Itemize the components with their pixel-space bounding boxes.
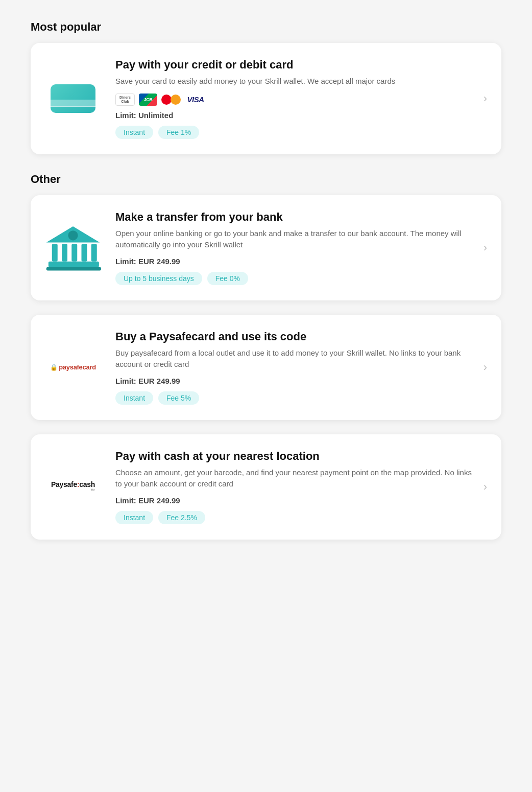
credit-card-icon: [45, 84, 101, 113]
badges-paysafecash: Instant Fee 2.5%: [115, 511, 474, 524]
card-title-paysafecash: Pay with cash at your nearest location: [115, 450, 474, 463]
svg-rect-6: [91, 244, 97, 262]
card-limit-bank: Limit: EUR 249.99: [115, 257, 474, 266]
svg-rect-4: [71, 244, 77, 262]
card-title-bank: Make a transfer from your bank: [115, 211, 474, 224]
paysafecash-icon: Paysafe:cash ™: [45, 480, 101, 494]
badge-instant-paysafecash: Instant: [115, 511, 153, 524]
payment-logos: DinersClub JCB VISA: [115, 94, 474, 106]
svg-rect-8: [46, 267, 101, 271]
chevron-right-icon-bank: ›: [483, 241, 487, 254]
payment-option-credit-debit-card[interactable]: Pay with your credit or debit card Save …: [31, 43, 501, 154]
visa-logo: VISA: [185, 94, 206, 106]
payment-option-paysafecash[interactable]: Paysafe:cash ™ Pay with cash at your nea…: [31, 434, 501, 540]
badge-fee-paysafecash: Fee 2.5%: [158, 511, 205, 524]
chevron-right-icon: ›: [483, 92, 487, 105]
badge-fee-credit: Fee 1%: [158, 126, 199, 139]
mastercard-logo: [161, 94, 181, 106]
card-title-paysafecard: Buy a Paysafecard and use its code: [115, 330, 474, 343]
svg-point-1: [68, 231, 78, 241]
payment-option-paysafecard[interactable]: 🔒 paysafecard Buy a Paysafecard and use …: [31, 315, 501, 420]
chevron-right-icon-paysafecard: ›: [483, 361, 487, 374]
svg-rect-7: [49, 262, 99, 267]
badges-paysafecard: Instant Fee 5%: [115, 391, 474, 405]
badge-days-bank: Up to 5 business days: [115, 272, 202, 285]
card-content-credit-debit: Pay with your credit or debit card Save …: [115, 58, 474, 139]
jcb-logo: JCB: [139, 94, 157, 106]
section-label-other: Other: [31, 173, 501, 186]
svg-rect-2: [52, 244, 58, 262]
card-content-bank: Make a transfer from your bank Open your…: [115, 211, 474, 285]
badge-instant-credit: Instant: [115, 126, 153, 139]
bank-icon: [45, 223, 101, 272]
badge-instant-paysafecard: Instant: [115, 391, 153, 405]
badges-bank: Up to 5 business days Fee 0%: [115, 272, 474, 285]
badges-credit-debit: Instant Fee 1%: [115, 126, 474, 139]
card-title-credit-debit: Pay with your credit or debit card: [115, 58, 474, 72]
diners-logo: DinersClub: [115, 94, 135, 106]
svg-rect-5: [82, 244, 87, 262]
card-limit-paysafecash: Limit: EUR 249.99: [115, 496, 474, 505]
card-desc-credit-debit: Save your card to easily add money to yo…: [115, 76, 474, 87]
card-desc-paysafecash: Choose an amount, get your barcode, and …: [115, 467, 474, 490]
section-label-popular: Most popular: [31, 20, 501, 34]
chevron-right-icon-paysafecash: ›: [483, 480, 487, 494]
badge-fee-paysafecard: Fee 5%: [158, 391, 199, 405]
card-desc-paysafecard: Buy paysafecard from a local outlet and …: [115, 347, 474, 370]
badge-fee-bank: Fee 0%: [207, 272, 248, 285]
payment-option-bank-transfer[interactable]: Make a transfer from your bank Open your…: [31, 195, 501, 300]
svg-rect-3: [62, 244, 67, 262]
card-content-paysafecash: Pay with cash at your nearest location C…: [115, 450, 474, 524]
card-limit-paysafecard: Limit: EUR 249.99: [115, 377, 474, 385]
card-content-paysafecard: Buy a Paysafecard and use its code Buy p…: [115, 330, 474, 405]
card-desc-bank: Open your online banking or go to your b…: [115, 228, 474, 251]
paysafecard-icon: 🔒 paysafecard: [45, 363, 101, 371]
card-limit-credit-debit: Limit: Unlimited: [115, 111, 474, 120]
